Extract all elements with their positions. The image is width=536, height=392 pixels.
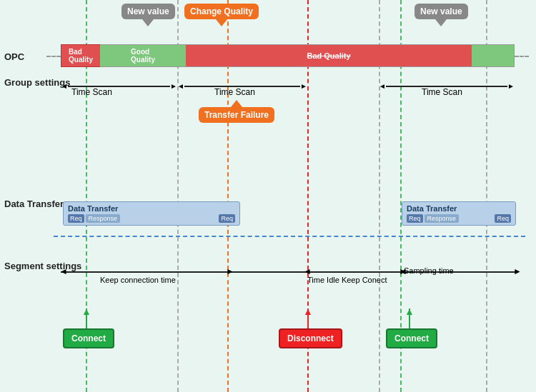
connect-1-arrowhead: ▲	[81, 306, 91, 317]
dt-inner-1: Req Response Req	[68, 214, 235, 223]
time-scan-label-1: Time Scan	[71, 87, 112, 97]
callout-change-quality: Change Quality [data-name="callout-chang…	[184, 4, 259, 19]
connect-2-arrowhead: ▲	[405, 306, 415, 317]
callout-transfer-failure: Transfer Failure [data-name="callout-tra…	[199, 107, 274, 123]
opc-bad-quality-2: Bad Quality	[186, 44, 472, 67]
opc-bad-quality-1: BadQuality	[61, 44, 100, 67]
time-idle-label: Time Idle Keep Conect	[307, 275, 387, 286]
opc-dashed-start	[46, 56, 61, 57]
timing-diagram: New value [data-name="callout-new-value-…	[0, 0, 536, 392]
data-transfer-box-2: Data Transfer Req Response Req	[402, 201, 516, 226]
seg-arrow-right-1: ►	[226, 266, 234, 276]
time-scan-label-2: Time Scan	[214, 87, 255, 97]
time-scan-label-3: Time Scan	[422, 87, 462, 97]
opc-good-quality: GoodQuality	[100, 44, 186, 67]
opc-good-end	[472, 44, 515, 67]
disconnect-arrowhead: ▲	[303, 306, 313, 317]
data-transfer-label: Data Transfer	[4, 198, 64, 211]
connect-button-2[interactable]: Connect	[386, 328, 437, 348]
callout-new-value-1: New value [data-name="callout-new-value-…	[121, 4, 175, 19]
keep-connection-label: Keep connection time	[100, 275, 176, 286]
callout-new-value-2: New value [data-name="callout-new-value-…	[415, 4, 468, 19]
dashed-blue-line	[54, 236, 525, 237]
sampling-time-label: Sampling time	[404, 266, 454, 275]
seg-arrow-left-1: ◄	[59, 266, 68, 276]
data-transfer-box-1: Data Transfer Req Response Req	[63, 201, 240, 226]
seg-arrow-right-3: ►	[513, 266, 522, 276]
opc-dashed-end	[515, 56, 529, 57]
dt-inner-2: Req Response Req	[407, 214, 511, 223]
connect-button-1[interactable]: Connect	[63, 328, 114, 348]
disconnect-button[interactable]: Disconnect	[279, 328, 342, 348]
opc-label: OPC	[4, 51, 24, 62]
